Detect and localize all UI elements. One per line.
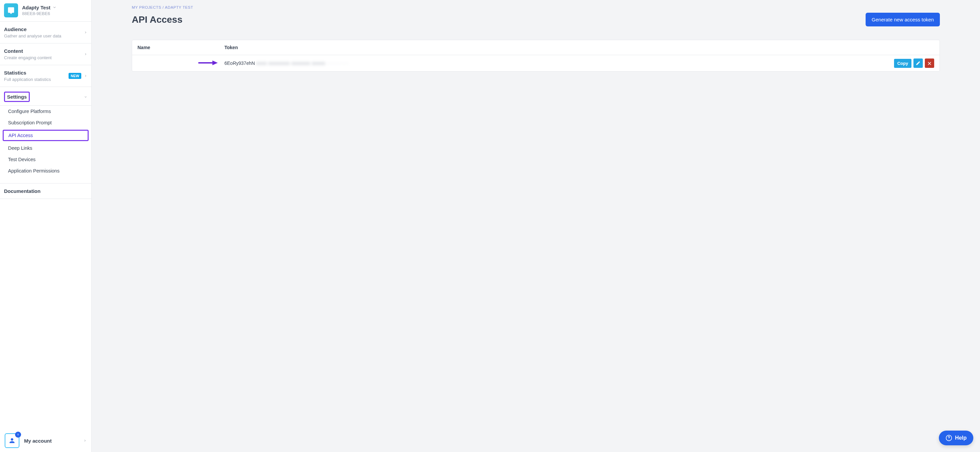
sub-item-deep-links[interactable]: Deep Links: [0, 143, 91, 154]
main-content: MY PROJECTS / ADAPTY TEST API Access Gen…: [92, 0, 980, 452]
sidebar: Adapty Test 88EE8-9EBE6 Audience Gather …: [0, 0, 92, 452]
copy-button[interactable]: Copy: [894, 59, 912, 68]
arrow-annotation-icon: [198, 60, 218, 66]
breadcrumb-my-projects[interactable]: MY PROJECTS: [132, 5, 161, 10]
sidebar-item-settings[interactable]: Settings: [0, 87, 91, 106]
upload-badge-icon: [15, 431, 21, 438]
nav-desc: Full application statistics: [4, 77, 51, 82]
help-icon: [945, 435, 952, 441]
nav-label: Settings: [7, 94, 27, 100]
chevron-right-icon: [83, 438, 87, 443]
sidebar-item-statistics[interactable]: Statistics Full application statistics N…: [0, 65, 91, 87]
tokens-table-card: Name Token 6EoRy93: [132, 40, 940, 71]
help-button[interactable]: Help: [939, 431, 973, 445]
sidebar-item-documentation[interactable]: Documentation: [0, 184, 91, 199]
avatar: [5, 433, 19, 448]
sub-item-subscription-prompt[interactable]: Subscription Prompt: [0, 117, 91, 128]
chevron-down-icon: [84, 94, 87, 100]
chevron-right-icon: [84, 73, 87, 79]
sidebar-item-audience[interactable]: Audience Gather and analyse user data: [0, 22, 91, 43]
generate-token-button[interactable]: Generate new access token: [865, 13, 940, 26]
col-token: Token: [219, 40, 889, 55]
help-label: Help: [955, 435, 967, 441]
close-icon: [927, 61, 932, 65]
breadcrumb: MY PROJECTS / ADAPTY TEST: [132, 5, 940, 10]
chevron-down-icon: [52, 5, 57, 10]
project-selector[interactable]: Adapty Test 88EE8-9EBE6: [0, 0, 91, 21]
edit-button[interactable]: [913, 59, 923, 68]
sub-item-configure-platforms[interactable]: Configure Platforms: [0, 106, 91, 117]
new-badge: NEW: [68, 73, 81, 79]
delete-button[interactable]: [925, 59, 934, 68]
table-row: 6EoRy937ehN xxxx xxxxxxxx xxxxxxx xxxxx …: [132, 55, 940, 71]
sub-item-test-devices[interactable]: Test Devices: [0, 154, 91, 165]
sidebar-item-content[interactable]: Content Create engaging content: [0, 43, 91, 65]
account-label: My account: [24, 438, 52, 444]
page-title: API Access: [132, 14, 183, 25]
breadcrumb-project[interactable]: ADAPTY TEST: [165, 5, 193, 10]
sub-item-application-permissions[interactable]: Application Permissions: [0, 165, 91, 176]
svg-marker-2: [212, 60, 218, 65]
chevron-right-icon: [84, 51, 87, 57]
account-footer[interactable]: My account: [0, 429, 91, 452]
project-name: Adapty Test: [22, 5, 51, 10]
token-blurred: xxxx xxxxxxxx xxxxxxx xxxxx · · · · · · …: [256, 60, 348, 66]
nav-desc: Create engaging content: [4, 55, 51, 60]
nav-label: Audience: [4, 26, 61, 32]
chevron-right-icon: [84, 30, 87, 35]
project-icon: [4, 3, 18, 17]
token-value: 6EoRy937ehN: [224, 60, 255, 66]
nav-label: Content: [4, 48, 51, 54]
settings-sub-items: Configure Platforms Subscription Prompt …: [0, 106, 91, 184]
col-name: Name: [132, 40, 219, 55]
nav-desc: Gather and analyse user data: [4, 33, 61, 38]
sub-item-api-access[interactable]: API Access: [3, 130, 89, 141]
nav-label: Statistics: [4, 70, 51, 76]
edit-icon: [916, 61, 921, 65]
project-id: 88EE8-9EBE6: [22, 11, 57, 16]
